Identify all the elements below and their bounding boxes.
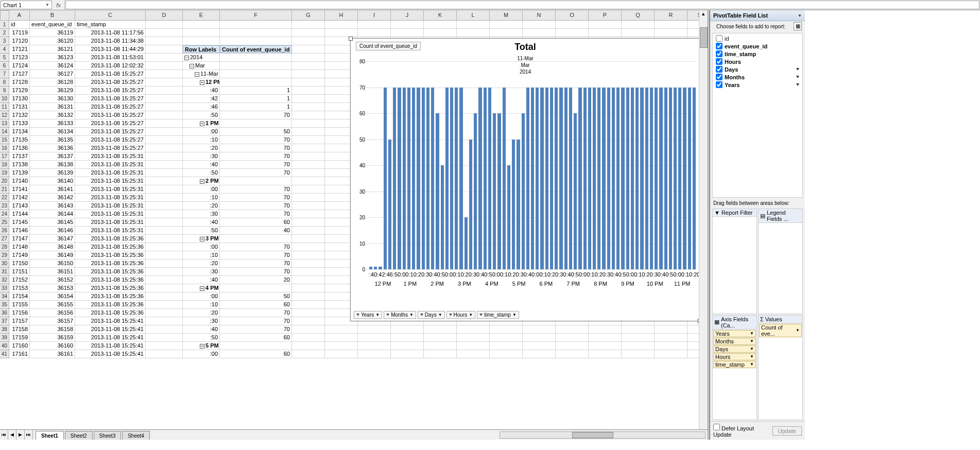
cell[interactable] <box>589 29 622 37</box>
cell[interactable]: 36144 <box>30 210 75 218</box>
cell[interactable]: 2013-11-08 15:25:27 <box>75 128 146 135</box>
cell[interactable]: 36154 <box>30 292 75 300</box>
cell[interactable] <box>220 78 292 86</box>
chart-bar[interactable] <box>412 88 415 270</box>
cell[interactable]: 36127 <box>30 70 75 78</box>
chart-bar[interactable] <box>531 88 534 270</box>
layout-icon[interactable]: ▦ <box>794 22 802 30</box>
field-Months[interactable]: Months <box>716 73 799 81</box>
cell[interactable]: 36136 <box>30 144 75 152</box>
cell[interactable]: 20 <box>220 276 292 284</box>
chart-bar[interactable] <box>564 88 568 270</box>
cell[interactable] <box>292 152 325 160</box>
cell[interactable]: 36142 <box>30 194 75 201</box>
cell[interactable]: 2013-11-08 15:25:36 <box>75 243 146 251</box>
cell[interactable]: −12 PM <box>183 78 220 86</box>
cell[interactable]: 17143 <box>9 202 30 210</box>
cell[interactable] <box>325 29 358 37</box>
row-header[interactable]: 22 <box>0 194 9 202</box>
row-header[interactable]: 19 <box>0 169 9 177</box>
cell[interactable] <box>220 54 292 61</box>
chevron-down-icon[interactable]: ▼ <box>469 313 473 317</box>
cell[interactable]: 17121 <box>9 45 30 53</box>
cell[interactable] <box>490 21 523 28</box>
cell[interactable] <box>292 334 325 341</box>
cell[interactable]: 2013-11-08 15:25:41 <box>75 317 146 325</box>
chart-bar[interactable] <box>374 267 377 269</box>
cell[interactable] <box>292 136 325 144</box>
cell[interactable] <box>146 276 183 284</box>
cell[interactable]: 2013-11-08 15:25:27 <box>75 95 146 102</box>
cell[interactable] <box>292 62 325 70</box>
field-checkbox[interactable] <box>716 43 723 49</box>
collapse-icon[interactable]: − <box>200 122 204 126</box>
cell[interactable]: 17135 <box>9 136 30 144</box>
cell[interactable] <box>292 128 325 135</box>
sheet-tab-sheet2[interactable]: Sheet2 <box>65 431 93 440</box>
cell[interactable] <box>424 29 457 37</box>
vertical-scrollbar[interactable]: ▴ <box>699 10 708 440</box>
formula-input[interactable] <box>65 1 979 9</box>
cell[interactable]: 36155 <box>30 301 75 308</box>
row-header[interactable]: 32 <box>0 276 9 284</box>
cell[interactable]: 36139 <box>30 169 75 177</box>
row-header[interactable]: 5 <box>0 54 9 62</box>
cell[interactable]: 36157 <box>30 317 75 325</box>
cell[interactable] <box>146 301 183 308</box>
cell[interactable]: 2013-11-08 15:25:36 <box>75 292 146 300</box>
chart-bar[interactable] <box>693 88 696 270</box>
cell[interactable] <box>146 202 183 210</box>
cell[interactable]: 2013-11-08 15:25:27 <box>75 136 146 144</box>
cell[interactable]: 17138 <box>9 161 30 168</box>
cell[interactable]: 2013-11-08 11:17:56 <box>75 29 146 37</box>
cell[interactable]: 17156 <box>9 309 30 317</box>
row-header[interactable]: 23 <box>0 202 9 210</box>
cell[interactable]: :40 <box>183 325 220 333</box>
cell[interactable] <box>391 342 424 350</box>
cell[interactable] <box>146 62 183 70</box>
cell[interactable]: 2013-11-08 15:25:41 <box>75 342 146 350</box>
chart-bar[interactable] <box>593 88 596 270</box>
col-header-L[interactable]: L <box>457 10 490 21</box>
collapse-icon[interactable]: − <box>184 56 189 60</box>
chart-bar[interactable] <box>688 88 691 270</box>
chart-bar[interactable] <box>497 113 501 269</box>
cell[interactable] <box>655 350 687 358</box>
chart-bar[interactable] <box>441 165 444 269</box>
cell[interactable]: 17124 <box>9 62 30 70</box>
cell[interactable]: −3 PM <box>183 235 220 243</box>
row-header[interactable]: 13 <box>0 119 9 128</box>
cell[interactable]: 36119 <box>30 29 75 37</box>
cell[interactable]: 2013-11-08 15:25:41 <box>75 350 146 358</box>
cell[interactable]: :50 <box>183 227 220 234</box>
col-header-O[interactable]: O <box>556 10 589 21</box>
tab-nav-prev[interactable]: ◀ <box>8 430 16 440</box>
row-header[interactable]: 39 <box>0 334 9 342</box>
cell[interactable] <box>292 210 325 218</box>
cell[interactable]: 60 <box>220 301 292 308</box>
cell[interactable]: :40 <box>183 218 220 226</box>
row-header[interactable]: 16 <box>0 144 9 152</box>
cell[interactable] <box>622 21 655 28</box>
area-axis-fields[interactable]: ▦Axis Fields (Ca... Years▼Months▼Days▼Ho… <box>712 315 757 421</box>
cell[interactable]: :42 <box>183 95 220 102</box>
row-header[interactable]: 9 <box>0 86 9 95</box>
cell[interactable]: 2013-11-08 15:25:31 <box>75 185 146 193</box>
cell[interactable] <box>292 144 325 152</box>
cell[interactable]: 2013-11-08 15:25:31 <box>75 177 146 185</box>
cell[interactable]: 70 <box>220 251 292 259</box>
cell[interactable] <box>146 317 183 325</box>
field-event_queue_id[interactable]: event_queue_id <box>716 42 799 50</box>
cell[interactable]: 17157 <box>9 317 30 325</box>
chart-bar[interactable] <box>459 88 462 270</box>
cell[interactable] <box>523 350 556 358</box>
cell[interactable]: :40 <box>183 86 220 94</box>
cell[interactable] <box>292 309 325 317</box>
cell[interactable]: 2013-11-08 11:34:38 <box>75 37 146 45</box>
cell[interactable] <box>292 194 325 201</box>
cell[interactable] <box>146 37 183 45</box>
cell[interactable] <box>146 119 183 127</box>
cell[interactable] <box>325 334 358 341</box>
chart-bar[interactable] <box>635 88 639 270</box>
chart-bar[interactable] <box>555 88 558 270</box>
